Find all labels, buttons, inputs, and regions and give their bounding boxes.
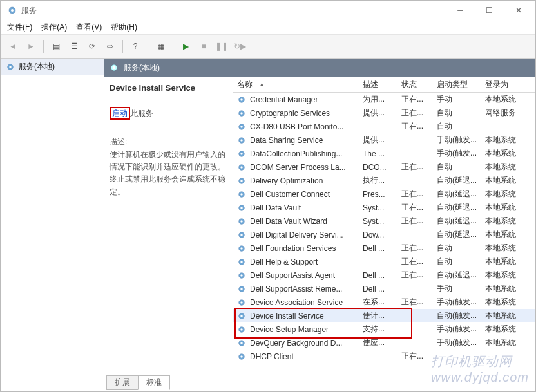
service-status: 正在... (397, 216, 433, 227)
service-startup-type: 手动(触发... (433, 297, 481, 308)
minimize-button[interactable]: ─ (446, 1, 475, 20)
service-status: 正在... (397, 351, 433, 362)
service-name: DevQuery Background D... (250, 339, 342, 348)
gear-icon (237, 271, 246, 280)
service-row[interactable]: Cryptographic Services提供...正在...自动网络服务 (233, 106, 535, 120)
menu-文件f[interactable]: 文件(F) (7, 22, 32, 33)
svg-point-17 (240, 166, 243, 169)
service-name: Cryptographic Services (250, 109, 330, 118)
service-startup-type: 手动(触发... (433, 337, 481, 348)
service-logon-as: 本地系统 (481, 256, 530, 267)
start-service-line: 启动 此服务 (110, 107, 227, 120)
menu-操作a[interactable]: 操作(A) (41, 22, 67, 33)
svg-point-41 (240, 328, 243, 331)
service-name: Delivery Optimization (250, 176, 323, 185)
right-pane: 服务(本地) Device Install Service 启动 此服务 描述:… (104, 59, 535, 392)
service-startup-type: 自动(延迟... (433, 175, 481, 186)
service-logon-as: 本地系统 (481, 310, 530, 321)
svg-point-27 (240, 234, 243, 236)
service-row[interactable]: CX-D80 USB Port Monito...正在...自动 (233, 120, 535, 133)
refresh-icon[interactable]: ⟳ (84, 38, 100, 55)
service-row[interactable]: Credential Manager为用...正在...手动本地系统 (233, 93, 535, 106)
description-label: 描述: (110, 136, 227, 147)
service-name: Data Sharing Service (250, 136, 323, 145)
service-row[interactable]: Dell Customer ConnectPres...正在...自动(延迟..… (233, 187, 535, 201)
tree-node-services-local[interactable]: 服务(本地) (1, 59, 104, 75)
detail-pane: Device Install Service 启动 此服务 描述: 使计算机在极… (104, 77, 233, 392)
start-service-link[interactable]: 启动 (112, 109, 128, 118)
service-status: 正在... (397, 256, 433, 267)
service-row[interactable]: Dell Foundation ServicesDell ...正在...自动本… (233, 241, 535, 255)
service-row[interactable]: Delivery Optimization执行...自动(延迟...本地系统 (233, 174, 535, 187)
service-logon-as: 本地系统 (481, 243, 530, 254)
service-row[interactable]: Dell Digital Delivery Servi...Dow...自动(延… (233, 228, 535, 241)
col-logon-as[interactable]: 登录为 (481, 79, 530, 90)
start-service-icon[interactable]: ▶ (177, 38, 194, 55)
gear-icon (6, 62, 15, 71)
maximize-button[interactable]: ☐ (475, 1, 504, 20)
service-name: Credential Manager (250, 95, 318, 104)
gear-icon (237, 257, 246, 266)
toolbar-separator (43, 40, 44, 53)
service-row[interactable]: Device Install Service使计...自动(触发...本地系统 (233, 309, 535, 322)
service-row[interactable]: Dell Data Vault WizardSyst...正在...自动(延迟.… (233, 214, 535, 228)
preview-icon[interactable]: ▦ (152, 38, 169, 55)
gear-icon (237, 352, 246, 361)
tree-node-label: 服务(本地) (19, 61, 55, 72)
window-title: 服务 (21, 5, 37, 16)
properties-icon[interactable]: ☰ (66, 38, 82, 55)
service-status: 正在... (397, 107, 433, 118)
service-logon-as: 本地系统 (481, 162, 530, 173)
service-description: 执行... (359, 175, 397, 186)
svg-point-45 (240, 355, 243, 358)
show-hide-tree-icon[interactable]: ▤ (48, 38, 64, 55)
svg-point-7 (240, 98, 243, 101)
svg-point-1 (11, 9, 14, 12)
service-startup-type: 自动 (433, 162, 481, 173)
view-tabs: 扩展 标准 (106, 376, 170, 390)
service-row[interactable]: DCOM Server Process La...DCO...正在...自动本地… (233, 160, 535, 174)
col-description[interactable]: 描述 (359, 79, 397, 90)
menubar: 文件(F)操作(A)查看(V)帮助(H) (1, 20, 535, 35)
svg-point-43 (240, 342, 243, 344)
toolbar-separator (173, 40, 173, 53)
service-startup-type: 自动(延迟... (433, 229, 481, 240)
service-row[interactable]: DataCollectionPublishing...The ...手动(触发.… (233, 147, 535, 160)
gear-icon (237, 217, 246, 226)
service-row[interactable]: Device Association Service在系...正在...手动(触… (233, 295, 535, 309)
service-startup-type: 手动(触发... (433, 148, 481, 159)
toolbar-separator (148, 40, 148, 53)
pause-service-icon: ❚❚ (213, 38, 230, 55)
service-row[interactable]: Device Setup Manager支持...手动(触发...本地系统 (233, 322, 535, 336)
menu-查看v[interactable]: 查看(V) (76, 22, 102, 33)
close-button[interactable]: ✕ (504, 1, 533, 20)
service-name: Dell Data Vault (250, 203, 301, 212)
help-icon[interactable]: ? (127, 38, 144, 55)
gear-icon (237, 339, 246, 348)
service-logon-as: 本地系统 (481, 216, 530, 227)
col-name[interactable]: 名称▲ (233, 79, 359, 90)
gear-icon (237, 298, 246, 307)
sort-asc-icon: ▲ (259, 81, 265, 88)
tab-standard[interactable]: 标准 (138, 375, 170, 390)
service-name: Dell Digital Delivery Servi... (250, 230, 343, 239)
service-row[interactable]: DHCP Client正在... (233, 350, 535, 363)
service-row[interactable]: Dell Data VaultSyst...正在...自动(延迟...本地系统 (233, 201, 535, 214)
service-description: Dell ... (359, 285, 397, 294)
export-icon[interactable]: ⇨ (102, 38, 119, 55)
service-row[interactable]: Dell SupportAssist AgentDell ...正在...自动(… (233, 268, 535, 282)
service-row[interactable]: Dell Help & Support正在...自动本地系统 (233, 255, 535, 268)
service-row[interactable]: Dell SupportAssist Reme...Dell ...手动本地系统 (233, 282, 535, 295)
col-startup-type[interactable]: 启动类型 (433, 79, 481, 90)
service-startup-type: 自动 (433, 121, 481, 132)
menu-帮助h[interactable]: 帮助(H) (111, 22, 137, 33)
description-text: 使计算机在极少或没有用户输入的情况下能识别并适应硬件的更改。终止或禁用此服务会造… (110, 149, 227, 198)
scope-header-label: 服务(本地) (124, 62, 160, 73)
service-name: DCOM Server Process La... (250, 163, 346, 172)
service-row[interactable]: DevQuery Background D...使应...手动(触发...本地系… (233, 336, 535, 350)
service-name: Device Install Service (250, 312, 324, 321)
col-status[interactable]: 状态 (397, 79, 433, 90)
service-name: Dell SupportAssist Reme... (250, 285, 342, 294)
tab-extended[interactable]: 扩展 (106, 375, 138, 390)
service-row[interactable]: Data Sharing Service提供...手动(触发...本地系统 (233, 133, 535, 147)
